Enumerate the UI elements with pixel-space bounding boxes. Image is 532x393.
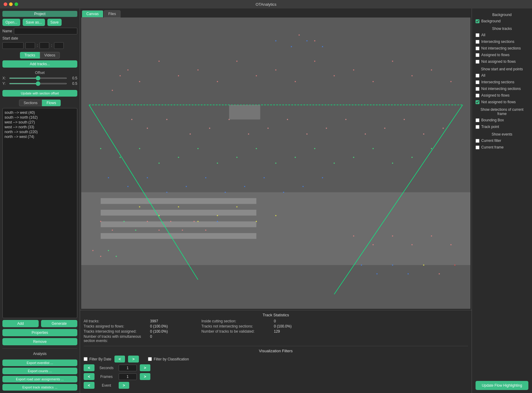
seconds-input[interactable] <box>54 42 64 49</box>
svg-point-33 <box>209 128 210 129</box>
remove-button[interactable]: Remove <box>2 338 77 345</box>
maximize-button[interactable] <box>14 2 18 6</box>
close-button[interactable] <box>4 2 7 6</box>
name-input[interactable] <box>14 28 77 34</box>
all-tracks-value: 3997 <box>150 319 195 323</box>
x-axis-label: X: <box>2 76 7 80</box>
svg-point-31 <box>166 119 168 120</box>
save-as-button[interactable]: Save as... <box>23 19 45 26</box>
list-item[interactable]: west --> north (33) <box>5 125 75 129</box>
frames-prev-button[interactable]: < <box>84 373 95 380</box>
svg-rect-3 <box>101 210 256 216</box>
svg-point-46 <box>100 148 101 149</box>
tracks-intersecting-checkbox[interactable] <box>476 40 479 44</box>
export-counts-button[interactable]: Export counts ... <box>2 368 77 374</box>
filter-by-class-label: Filter by Classification <box>154 357 189 361</box>
svg-point-96 <box>454 264 455 266</box>
svg-point-109 <box>123 221 125 222</box>
y-offset-slider[interactable] <box>9 83 67 84</box>
save-button[interactable]: Save <box>47 19 62 26</box>
svg-point-20 <box>295 81 296 82</box>
event-prev-button[interactable]: < <box>84 382 95 389</box>
add-flow-button[interactable]: Add <box>2 320 39 327</box>
svg-point-83 <box>275 215 277 216</box>
seconds-input[interactable]: 1 <box>119 365 137 371</box>
svg-point-48 <box>139 148 140 149</box>
svg-point-78 <box>178 206 179 207</box>
start-end-not-assigned-flows-checkbox[interactable] <box>476 100 479 104</box>
seconds-next-button[interactable]: > <box>140 364 151 371</box>
filter-by-class-checkbox[interactable] <box>148 357 152 361</box>
svg-point-19 <box>275 69 277 71</box>
svg-point-87 <box>412 244 413 245</box>
tracks-all-checkbox[interactable] <box>476 33 479 37</box>
svg-point-63 <box>431 148 432 149</box>
svg-point-13 <box>159 61 160 62</box>
tracks-tab[interactable]: Tracks <box>20 52 40 59</box>
svg-point-21 <box>314 61 315 62</box>
svg-point-47 <box>120 157 121 158</box>
start-end-intersecting-checkbox[interactable] <box>476 80 479 84</box>
track-point-checkbox[interactable] <box>476 125 479 129</box>
export-road-user-button[interactable]: Export road user assignments ... <box>2 376 77 382</box>
svg-point-56 <box>295 157 296 158</box>
export-track-stats-button[interactable]: Export track statistics ... <box>2 384 77 391</box>
add-tracks-button[interactable]: Add tracks... <box>2 60 77 68</box>
svg-point-107 <box>100 221 101 222</box>
svg-point-32 <box>190 133 191 135</box>
traffic-lights <box>4 2 18 6</box>
seconds-prev-button[interactable]: < <box>84 364 95 371</box>
properties-button[interactable]: Properties <box>2 329 77 336</box>
current-filter-checkbox[interactable] <box>476 139 479 143</box>
canvas-tab[interactable]: Canvas <box>82 10 103 18</box>
tracks-not-assigned-flows-checkbox[interactable] <box>476 60 479 64</box>
update-flow-highlighting-button[interactable]: Update Flow Highlighting <box>476 381 528 390</box>
update-offset-button[interactable]: Update with section offset <box>2 90 77 97</box>
start-end-assigned-flows-checkbox[interactable] <box>476 94 479 97</box>
hours-input[interactable] <box>25 42 35 49</box>
frames-next-button[interactable]: > <box>140 373 151 380</box>
svg-point-104 <box>322 46 323 47</box>
tracks-intersecting-label: Intersecting sections <box>481 40 514 44</box>
open-button[interactable]: Open... <box>2 19 20 26</box>
filter-by-date-checkbox[interactable] <box>84 357 88 361</box>
minimize-button[interactable] <box>9 2 13 6</box>
filter-by-date-label: Filter By Date <box>89 357 111 361</box>
start-end-all-checkbox[interactable] <box>476 74 479 78</box>
canvas-tab-bar: Canvas Files <box>80 8 472 18</box>
list-item[interactable]: north --> west (74) <box>5 134 75 139</box>
list-item[interactable]: south --> north (162) <box>5 115 75 120</box>
videos-tab[interactable]: Videos <box>40 52 60 59</box>
canvas-area <box>81 18 470 309</box>
stats-title: Track Statistics <box>84 313 468 317</box>
event-next-button[interactable]: > <box>119 382 130 389</box>
tracks-not-intersecting-checkbox[interactable] <box>476 46 479 50</box>
generate-button[interactable]: Generate <box>41 320 77 327</box>
svg-point-24 <box>373 81 374 82</box>
current-frame-checkbox[interactable] <box>476 145 479 149</box>
svg-point-53 <box>236 157 238 158</box>
list-item[interactable]: north --> south (220) <box>5 129 75 134</box>
svg-point-86 <box>392 235 393 237</box>
frames-input[interactable]: 1 <box>119 373 137 380</box>
svg-point-85 <box>373 244 374 245</box>
analysis-section: Export eventlist ... Export counts ... E… <box>2 359 77 391</box>
flows-tab[interactable]: Flows <box>42 100 60 106</box>
start-end-not-intersecting-checkbox[interactable] <box>476 87 479 91</box>
date-input[interactable] <box>2 42 24 49</box>
list-item[interactable]: south --> west (40) <box>5 110 75 115</box>
bounding-box-checkbox[interactable] <box>476 118 479 122</box>
background-checkbox[interactable] <box>476 19 479 23</box>
svg-point-100 <box>116 256 117 257</box>
tracks-assigned-flows-checkbox[interactable] <box>476 53 479 57</box>
intersecting-not-assigned-label: Tracks intersecting not assigned: <box>84 329 144 334</box>
export-eventlist-button[interactable]: Export eventlist ... <box>2 359 77 366</box>
files-tab[interactable]: Files <box>104 10 120 18</box>
minutes-input[interactable] <box>40 42 49 49</box>
date-prev-button[interactable]: < <box>114 356 125 363</box>
x-offset-slider[interactable] <box>9 78 67 79</box>
list-item[interactable]: west --> south (27) <box>5 120 75 125</box>
date-next-button[interactable]: > <box>128 356 139 363</box>
svg-point-12 <box>112 90 113 91</box>
sections-tab[interactable]: Sections <box>19 100 42 106</box>
